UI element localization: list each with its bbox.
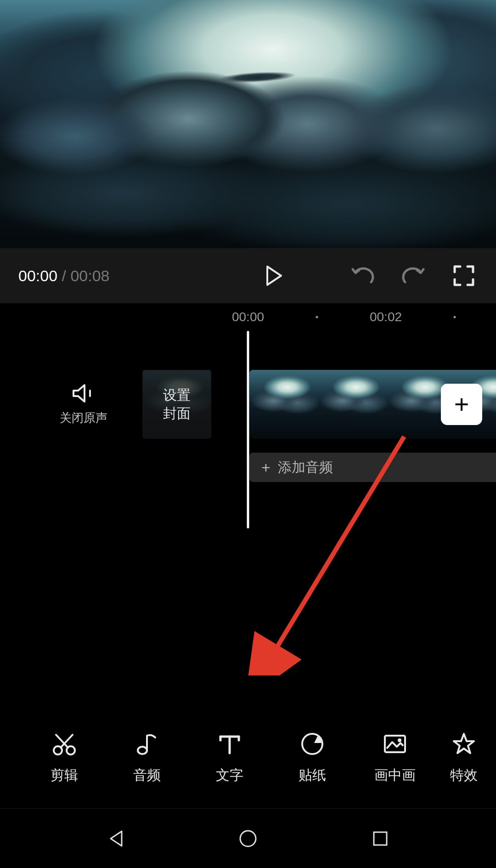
fullscreen-button[interactable] [450, 262, 478, 289]
star-icon [451, 731, 477, 757]
ruler-mark-1: 00:02 [370, 310, 402, 324]
svg-point-12 [302, 734, 322, 754]
undo-button[interactable] [349, 262, 377, 289]
video-preview[interactable] [0, 0, 496, 248]
mute-label: 关闭原声 [60, 410, 107, 426]
sticker-icon [299, 731, 325, 757]
scissors-icon [51, 731, 77, 757]
plus-icon: + [261, 459, 271, 477]
svg-point-7 [138, 747, 147, 754]
playback-controls: 00:00 / 00:08 [0, 248, 496, 303]
cover-label-line2: 封面 [163, 406, 191, 421]
fullscreen-icon [453, 265, 475, 287]
redo-button[interactable] [400, 262, 427, 289]
tool-label: 音频 [133, 766, 161, 785]
total-time: 00:08 [70, 267, 109, 284]
add-clip-button[interactable]: + [441, 384, 482, 425]
nav-back-button[interactable] [100, 823, 132, 855]
svg-point-14 [398, 738, 401, 742]
picture-in-picture-icon [382, 731, 408, 757]
undo-icon [351, 266, 375, 286]
tool-audio[interactable]: 音频 [106, 731, 188, 785]
text-icon [217, 731, 242, 757]
preview-frame-clouds [0, 0, 496, 248]
mute-original-sound-button[interactable]: 关闭原声 [60, 383, 107, 426]
speaker-icon [72, 383, 96, 403]
add-audio-label: 添加音频 [278, 458, 333, 477]
clip-thumb [318, 370, 387, 439]
circle-icon [237, 828, 259, 850]
tool-label: 画中画 [374, 766, 416, 785]
bottom-toolbar: 剪辑 音频 文字 贴纸 [0, 719, 496, 797]
time-ruler[interactable]: 00:00 00:02 [0, 303, 496, 331]
tool-label: 特效 [450, 766, 478, 785]
redo-icon [401, 266, 425, 286]
play-icon [265, 266, 283, 286]
tool-label: 贴纸 [299, 766, 326, 785]
cover-label: 设置 封面 [163, 386, 191, 423]
tool-sticker[interactable]: 贴纸 [271, 731, 354, 785]
tool-effects[interactable]: 特效 [436, 731, 491, 785]
cover-label-line1: 设置 [163, 387, 191, 403]
time-display: 00:00 / 00:08 [18, 267, 110, 285]
tool-cut[interactable]: 剪辑 [23, 731, 106, 785]
add-audio-button[interactable]: + 添加音频 [249, 453, 496, 482]
tool-label: 文字 [216, 766, 243, 785]
tool-text[interactable]: 文字 [188, 731, 271, 785]
triangle-back-icon [105, 828, 127, 850]
svg-rect-16 [374, 832, 387, 845]
nav-recent-button[interactable] [364, 823, 396, 855]
ruler-dot [454, 316, 456, 318]
tool-pip[interactable]: 画中画 [354, 731, 436, 785]
android-navbar [0, 808, 496, 868]
current-time: 00:00 [18, 267, 57, 284]
play-button[interactable] [254, 255, 294, 296]
svg-point-15 [240, 831, 256, 846]
ruler-mark-0: 00:00 [232, 310, 264, 324]
tool-label: 剪辑 [51, 766, 78, 785]
playhead[interactable] [247, 331, 249, 528]
nav-home-button[interactable] [232, 823, 264, 855]
time-separator: / [57, 267, 70, 284]
square-icon [369, 828, 391, 850]
set-cover-button[interactable]: 设置 封面 [142, 370, 211, 439]
ruler-dot [316, 316, 318, 318]
music-note-icon [134, 731, 160, 757]
plus-icon: + [454, 391, 469, 417]
timeline-area: 00:00 00:02 关闭原声 设置 封面 [0, 303, 496, 662]
clip-thumb [249, 370, 318, 439]
